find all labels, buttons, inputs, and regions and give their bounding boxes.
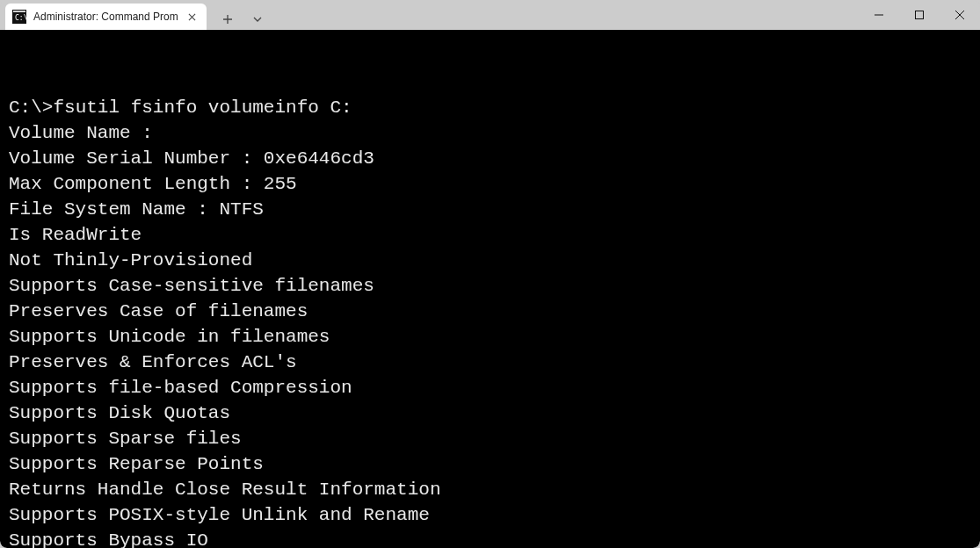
tab-dropdown-button[interactable] <box>247 9 268 30</box>
terminal-output-line: Volume Name : <box>9 120 971 146</box>
command-text: fsutil fsinfo volumeinfo C: <box>53 97 352 118</box>
terminal-output-line: Preserves Case of filenames <box>9 299 971 324</box>
terminal-output-line: File System Name : NTFS <box>9 197 971 222</box>
titlebar[interactable]: C:\ Administrator: Command Prom <box>0 0 980 30</box>
terminal-area[interactable]: C:\>fsutil fsinfo volumeinfo C:Volume Na… <box>0 30 980 548</box>
svg-rect-3 <box>916 11 924 19</box>
new-tab-button[interactable] <box>217 9 238 30</box>
terminal-output-line: Supports POSIX-style Unlink and Rename <box>9 502 971 528</box>
tab-active[interactable]: C:\ Administrator: Command Prom <box>5 4 207 30</box>
terminal-output-line: Is ReadWrite <box>9 222 971 248</box>
minimize-button[interactable] <box>859 0 899 30</box>
tabs-area: C:\ Administrator: Command Prom <box>0 0 859 30</box>
prompt: C:\> <box>9 97 53 118</box>
svg-rect-1 <box>13 11 25 12</box>
tab-actions <box>207 9 268 30</box>
terminal-output-line: Supports Disk Quotas <box>9 400 971 426</box>
terminal-output-line: Preserves & Enforces ACL's <box>9 350 971 375</box>
terminal-output-line: Supports Bypass IO <box>9 528 971 548</box>
svg-text:C:\: C:\ <box>15 14 26 22</box>
terminal-output-line: Supports Case-sensitive filenames <box>9 273 971 299</box>
window-controls <box>859 0 980 30</box>
terminal-output-line: Supports Unicode in filenames <box>9 324 971 350</box>
terminal-output-line: Returns Handle Close Result Information <box>9 477 971 502</box>
tab-title: Administrator: Command Prom <box>33 11 178 23</box>
tab-close-button[interactable] <box>185 10 200 24</box>
close-button[interactable] <box>940 0 980 30</box>
terminal-output-line: Supports Sparse files <box>9 426 971 451</box>
maximize-button[interactable] <box>899 0 940 30</box>
terminal-command-line: C:\>fsutil fsinfo volumeinfo C: <box>9 95 971 120</box>
terminal-output-line: Max Component Length : 255 <box>9 171 971 197</box>
terminal-output-line: Not Thinly-Provisioned <box>9 248 971 273</box>
terminal-output-line: Supports Reparse Points <box>9 451 971 477</box>
window-root: C:\ Administrator: Command Prom <box>0 0 980 548</box>
terminal-output-line: Supports file-based Compression <box>9 375 971 400</box>
cmd-icon: C:\ <box>12 10 26 24</box>
terminal-output-line: Volume Serial Number : 0xe6446cd3 <box>9 146 971 171</box>
